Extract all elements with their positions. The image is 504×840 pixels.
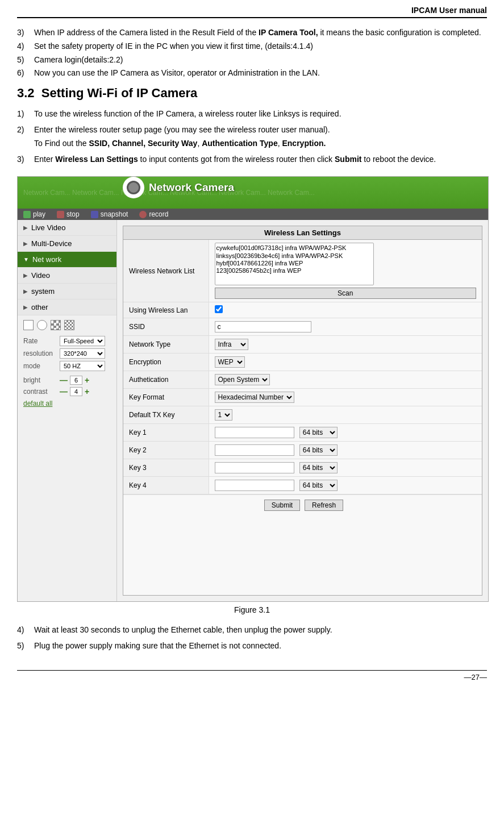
default-tx-key-label: Default TX Key	[123, 406, 209, 424]
network-type-label: Network Type	[123, 336, 209, 354]
bright-increase[interactable]: +	[85, 376, 89, 385]
network-option-4: 123[002586745b2c] infra WEP	[216, 267, 372, 275]
header-title: IPCAM User manual	[411, 6, 487, 15]
sidebar-item-video[interactable]: ▶ Video	[18, 268, 116, 284]
bright-label: bright	[23, 376, 57, 384]
key1-label: Key 1	[123, 424, 209, 442]
key4-row: Key 4 64 bits 128 bits	[123, 477, 482, 494]
figure-caption: Figure 3.1	[17, 605, 487, 614]
bright-control: bright — 6 +	[18, 375, 116, 386]
key4-bits-select[interactable]: 64 bits 128 bits	[299, 480, 338, 491]
view-mode-button-1[interactable]	[23, 320, 34, 330]
sidebar-label-video: Video	[31, 271, 50, 280]
key3-input[interactable]	[215, 462, 294, 473]
snapshot-button[interactable]: snapshot	[91, 210, 128, 218]
key1-input[interactable]	[215, 427, 294, 438]
empty-space	[123, 515, 482, 595]
submit-button[interactable]: Submit	[264, 500, 300, 511]
key4-label: Key 4	[123, 477, 209, 494]
sidebar-item-other[interactable]: ▶ other	[18, 300, 116, 315]
arrow-icon: ▶	[23, 288, 28, 294]
arrow-icon: ▼	[23, 256, 29, 263]
ssid-input[interactable]	[215, 321, 311, 332]
footer-list: 4) Wait at least 30 seconds to unplug th…	[17, 623, 487, 653]
record-button[interactable]: record	[139, 210, 168, 218]
key2-bits-select[interactable]: 64 bits 128 bits	[299, 444, 338, 456]
arrow-icon: ▶	[23, 240, 28, 247]
list-item: 1) To use the wireless function of the I…	[17, 107, 436, 121]
key-format-select[interactable]: Hexadecimal Number ASCII	[215, 392, 294, 403]
authetication-row: Authetication Open System Shared Key	[123, 371, 482, 389]
camera-header: Network Cam... Network Cam... Network Ca…	[18, 177, 488, 209]
list-item: 6) Now you can use the IP Camera as Visi…	[17, 66, 481, 80]
sidebar-item-system[interactable]: ▶ system	[18, 284, 116, 300]
using-wireless-label: Using Wireless Lan	[123, 302, 209, 318]
rate-select[interactable]: Full-Speed	[60, 336, 105, 346]
stop-button[interactable]: stop	[57, 210, 80, 218]
stop-label: stop	[66, 210, 80, 218]
network-option-1: cywkefu[001d0fG7318c] infra WPA/WPA2-PSK	[216, 244, 372, 252]
sidebar-item-multi-device[interactable]: ▶ Multi-Device	[18, 236, 116, 252]
snapshot-label: snapshot	[101, 210, 128, 218]
encryption-select[interactable]: WEP WPA None	[215, 356, 245, 368]
wlan-bottom-buttons: Submit Refresh	[123, 494, 482, 515]
play-button[interactable]: play	[23, 210, 45, 218]
camera-main-content: Wireless Lan Settings Wireless Network L…	[117, 220, 488, 601]
network-option-2: linksys[002369b3e4c6] infra WPA/WPA2-PSK	[216, 252, 372, 260]
key2-input[interactable]	[215, 444, 294, 456]
mode-select[interactable]: 50 HZ	[60, 361, 105, 371]
scan-button[interactable]: Scan	[215, 288, 477, 299]
view-mode-button-4[interactable]	[64, 320, 74, 330]
contrast-increase[interactable]: +	[85, 387, 89, 396]
key3-bits-select[interactable]: 64 bits 128 bits	[299, 462, 338, 473]
key4-input[interactable]	[215, 480, 294, 491]
ssid-label: SSID	[123, 318, 209, 336]
network-list-row: Wireless Network List cywkefu[001d0fG731…	[123, 240, 482, 302]
key2-label: Key 2	[123, 442, 209, 459]
camera-brand: Network Camera	[123, 177, 234, 198]
bright-decrease[interactable]: —	[60, 376, 68, 385]
key1-bits-select[interactable]: 64 bits 128 bits	[299, 427, 338, 438]
sidebar-item-network[interactable]: ▼ Net work	[18, 252, 116, 268]
section-heading: Setting Wi-Fi of IP Camera	[41, 86, 197, 100]
sidebar-label-live-video: Live Video	[31, 223, 65, 232]
contrast-value: 4	[70, 387, 82, 396]
sidebar-label-other: other	[31, 303, 48, 311]
contrast-label: contrast	[23, 388, 57, 396]
section-number: 3.2	[17, 86, 35, 100]
play-icon	[23, 211, 31, 218]
arrow-icon: ▶	[23, 272, 28, 278]
contrast-decrease[interactable]: —	[60, 387, 68, 396]
view-mode-button-3[interactable]	[51, 320, 61, 330]
encryption-row: Encryption WEP WPA None	[123, 354, 482, 371]
snapshot-icon	[91, 211, 98, 218]
ssid-row: SSID	[123, 318, 482, 336]
contrast-control: contrast — 4 +	[18, 386, 116, 397]
record-label: record	[149, 210, 168, 218]
refresh-button[interactable]: Refresh	[305, 500, 343, 511]
intro-list: 3) When IP address of the Camera listed …	[17, 26, 487, 80]
network-list-select[interactable]: cywkefu[001d0fG7318c] infra WPA/WPA2-PSK…	[215, 243, 374, 285]
wlan-panel-title: Wireless Lan Settings	[123, 226, 482, 240]
network-type-row: Network Type Infra Adhoc	[123, 336, 482, 354]
view-mode-button-2[interactable]	[37, 320, 47, 330]
sidebar-item-live-video[interactable]: ▶ Live Video	[18, 220, 116, 236]
rate-control: Rate Full-Speed	[18, 335, 116, 347]
key-format-label: Key Format	[123, 389, 209, 406]
list-num-4: 4)	[17, 41, 24, 51]
authetication-select[interactable]: Open System Shared Key	[215, 374, 270, 385]
resolution-select[interactable]: 320*240	[60, 348, 105, 359]
wlan-table: Wireless Network List cywkefu[001d0fG731…	[123, 240, 482, 494]
default-tx-key-select[interactable]: 1 2 3 4	[215, 409, 232, 421]
camera-toolbar: play stop snapshot record	[18, 209, 488, 220]
list-item: 5) Plug the power supply making sure tha…	[17, 637, 332, 653]
list-item: 3) When IP address of the Camera listed …	[17, 26, 481, 40]
using-wireless-checkbox[interactable]	[215, 305, 223, 313]
key3-label: Key 3	[123, 459, 209, 477]
camera-body: ▶ Live Video ▶ Multi-Device ▼ Net work ▶…	[18, 220, 488, 601]
network-option-3: hybf[001478661226] infra WEP	[216, 260, 372, 267]
default-all-link[interactable]: default all	[18, 397, 116, 410]
list-num-6: 6)	[17, 68, 24, 77]
camera-lens	[127, 181, 140, 194]
network-type-select[interactable]: Infra Adhoc	[215, 339, 248, 350]
